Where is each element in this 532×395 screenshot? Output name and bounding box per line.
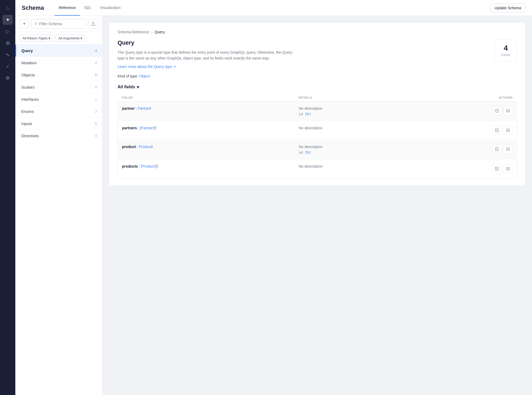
sidebar-item-mutation-badge: 4 [95,61,97,65]
table-row: partners : [Partner!]! No description [118,121,517,140]
field-arg-type-partner[interactable]: ID [305,112,309,116]
play-icon [495,167,499,171]
nav-home-icon[interactable]: ⌂ [3,3,13,13]
sidebar-item-enums-label: Enums [21,109,34,114]
return-types-label: All Return Types [22,36,48,40]
play-icon [495,147,499,151]
field-arg-type-product[interactable]: ID [305,150,309,154]
return-types-filter[interactable]: All Return Types ▾ [20,35,53,42]
field-actions-partners [475,126,512,135]
field-actions-product [475,145,512,154]
field-type-link-partners[interactable]: [Partner!] [140,126,155,130]
arguments-filter[interactable]: All Arguments ▾ [55,35,85,42]
field-arg-partner: id ID! [299,112,475,116]
field-name-products: products : [Product!]! [122,164,299,168]
filter-icon: ≡ [35,21,37,26]
sidebar-item-query-label: Query [21,48,33,53]
sidebar-item-interfaces[interactable]: Interfaces 1 [15,93,102,105]
sidebar-item-objects-badge: 6 [95,73,97,77]
tab-sdl[interactable]: SDL [80,0,96,16]
all-fields-label: All fields [118,85,135,89]
field-icon [506,167,510,171]
run-button-product[interactable] [492,145,501,154]
export-button[interactable] [88,19,98,29]
sidebar-item-directives-label: Directives [21,134,39,138]
field-icon [506,109,510,113]
field-button-product[interactable] [503,145,512,154]
field-details-partner: No description id ID! [299,106,475,116]
fields-label: Fields [501,53,510,57]
svg-marker-19 [497,168,498,169]
field-button-partners[interactable] [503,126,512,135]
filter-dropdown-button[interactable]: ▼ [20,19,29,29]
run-button-partners[interactable] [492,126,501,135]
nav-check-icon[interactable]: ✓ [3,61,13,71]
content-card: Schema Reference › Query Query The Query… [109,22,526,186]
sidebar-item-interfaces-label: Interfaces [21,97,39,102]
filter-input-wrapper: ≡ [31,19,86,29]
fields-table-header: FIELDS DETAILS ACTIONS [118,94,517,101]
field-details-products: No description [299,164,475,168]
svg-marker-1 [497,110,498,111]
learn-more-label: Learn more about the Query type [118,65,172,69]
tab-visualization[interactable]: Visualization [96,0,125,16]
field-name-partners: partners : [Partner!]! [122,126,299,130]
run-button-products[interactable] [492,164,501,173]
arguments-chevron: ▾ [81,36,82,40]
icon-sidebar: ⌂ ✦ ▷ ⊞ ∿ ✓ ⚙ [0,0,15,395]
play-icon [495,128,499,132]
all-fields-header[interactable]: All fields ▾ [118,85,517,90]
nav-observe-icon[interactable]: ∿ [3,50,13,60]
sidebar-item-inputs-label: Inputs [21,121,32,126]
content-area: ▼ ≡ All Return Types ▾ All Ar [15,16,532,395]
sidebar-item-enums[interactable]: Enums 2 [15,105,102,117]
sidebar-item-inputs[interactable]: Inputs 5 [15,118,102,130]
field-description-product: No description [299,145,475,149]
breadcrumb-parent[interactable]: Schema Reference [118,30,149,34]
main-container: Schema Reference SDL Visualization Updat… [15,0,532,395]
all-fields-chevron: ▾ [137,85,139,90]
sidebar-item-directives[interactable]: Directives 4 [15,130,102,142]
sidebar-item-mutation[interactable]: Mutation 4 [15,57,102,69]
sidebar-item-scalars[interactable]: Scalars 5 [15,81,102,93]
tab-reference[interactable]: Reference [54,0,80,16]
col-header-fields: FIELDS [122,96,299,99]
return-types-chevron: ▾ [49,36,50,40]
table-row: product : Product! No description id ID! [118,140,517,159]
nav-graph-icon[interactable]: ✦ [3,15,13,25]
run-button-partner[interactable] [492,106,501,115]
svg-marker-13 [497,148,498,150]
field-description-partners: No description [299,126,475,130]
nav-data-icon[interactable]: ⊞ [3,38,13,48]
col-header-details: DETAILS [299,96,476,99]
sidebar-item-enums-badge: 2 [95,109,97,113]
nav-play-icon[interactable]: ▷ [3,26,13,36]
fields-table-body: partner : Partner! No description id ID! [118,101,517,178]
fields-badge: 4 Fields [494,39,517,62]
external-link-icon: ↗ [173,65,176,69]
query-info: Query The Query type is a special type t… [118,39,297,78]
field-type-link-product[interactable]: Product [139,145,152,149]
field-button-products[interactable] [503,164,512,173]
field-details-partners: No description [299,126,475,130]
app-title: Schema [22,4,44,11]
arguments-label: All Arguments [58,36,80,40]
field-type-link-products[interactable]: [Product!] [141,164,157,168]
sidebar-item-inputs-badge: 5 [95,122,97,126]
learn-more-link[interactable]: Learn more about the Query type ↗ [118,65,176,69]
filter-bar: ▼ ≡ [15,16,102,32]
sidebar-item-scalars-badge: 5 [95,85,97,89]
table-row: partner : Partner! No description id ID! [118,102,517,121]
nav-settings-icon[interactable]: ⚙ [3,73,13,83]
breadcrumb-current: Query [155,30,165,34]
field-description-partner: No description [299,106,475,111]
field-button-partner[interactable] [503,106,512,115]
field-type-link-partner[interactable]: Partner [138,106,150,111]
field-arg-product: id ID! [299,150,475,154]
sidebar-item-interfaces-badge: 1 [95,97,97,101]
sidebar-item-query[interactable]: Query 4 [15,45,102,57]
kind-value-link[interactable]: Object [139,74,150,78]
sidebar-item-objects[interactable]: Objects 6 [15,69,102,81]
filter-schema-input[interactable] [39,22,83,26]
update-schema-button[interactable]: Update Schema [490,3,526,12]
